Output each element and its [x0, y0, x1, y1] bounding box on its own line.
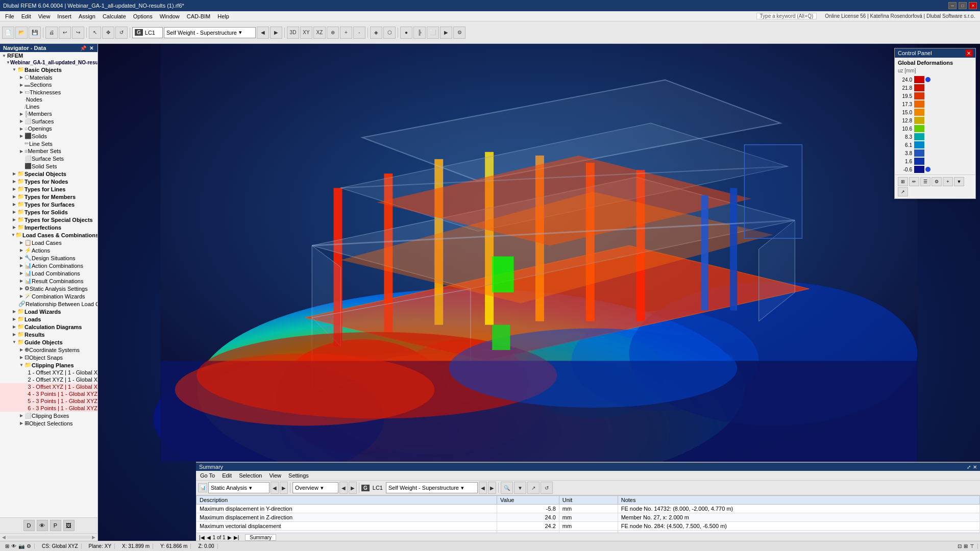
tree-load-cases-combinations[interactable]: ▼ 📁 Load Cases & Combinations [0, 231, 97, 239]
bottom-refresh-button[interactable]: ↺ [541, 482, 553, 494]
tree-load-combinations[interactable]: ▶📊 Load Combinations [0, 269, 97, 277]
cp-filter-button[interactable]: ▼ [954, 177, 964, 186]
tree-results[interactable]: ▶ 📁 Results [0, 331, 97, 338]
cp-export-button[interactable]: ↗ [898, 187, 908, 196]
status-grid-btn[interactable]: ⊞ [964, 543, 968, 549]
next-lc-button[interactable]: ▶ [270, 27, 282, 39]
bottom-export-button[interactable]: ↗ [527, 482, 540, 494]
bottom-edit[interactable]: Edit [220, 472, 234, 479]
viewport[interactable]: Control Panel ✕ Global Deformations uz [… [98, 44, 980, 541]
tree-lines[interactable]: / Lines [0, 103, 97, 110]
tree-special-objects[interactable]: ▶ 📁 Special Objects [0, 170, 97, 178]
bottom-search-button[interactable]: 🔍 [501, 482, 513, 494]
zoom-all-button[interactable]: ⊕ [327, 27, 339, 39]
analysis-type-dropdown[interactable]: Static Analysis ▾ [208, 482, 270, 493]
tree-member-sets[interactable]: ▶≡ Member Sets [0, 147, 97, 155]
cp-table-button[interactable]: ⊞ [898, 177, 908, 186]
tree-surface-sets[interactable]: ⬜ Surface Sets [0, 155, 97, 162]
redo-button[interactable]: ↪ [72, 27, 84, 39]
tree-result-combinations[interactable]: ▶📊 Result Combinations [0, 277, 97, 285]
prev-lc-button[interactable]: ◀ [257, 27, 269, 39]
tree-surfaces[interactable]: ▶⬜ Surfaces [0, 117, 97, 125]
tool-btn-3[interactable]: 📷 [18, 543, 24, 549]
bottom-expand-button[interactable]: ⤢ [967, 464, 971, 470]
menu-view[interactable]: View [35, 12, 54, 20]
lc-badge-dropdown[interactable]: G LC1 [132, 27, 163, 38]
tree-imperfections[interactable]: ▶ 📁 Imperfections [0, 223, 97, 231]
tree-sections[interactable]: ▶▬ Sections [0, 81, 97, 88]
menu-window[interactable]: Window [157, 12, 183, 20]
page-next-button[interactable]: ▶ [228, 535, 232, 540]
tree-actions[interactable]: ▶⚡ Actions [0, 246, 97, 254]
tree-coord-systems[interactable]: ▶⊕ Coordinate Systems [0, 346, 97, 354]
print-button[interactable]: 🖨 [45, 27, 58, 39]
page-first-button[interactable]: |◀ [199, 535, 205, 540]
tree-relationship-load[interactable]: 🔗 Relationship Between Load C [0, 300, 97, 308]
bottom-goto[interactable]: Go To [198, 472, 217, 479]
cp-edit-button[interactable]: ✏ [909, 177, 919, 186]
bottom-view-prev[interactable]: ◀ [339, 482, 348, 494]
tree-project[interactable]: ▼ Webinar_GA-1_all-updated_NO-resul [0, 59, 97, 66]
tree-clip2[interactable]: 2 - Offset XYZ | 1 - Global X [0, 376, 97, 383]
member-results-button[interactable]: ╠ [413, 27, 426, 39]
bottom-view[interactable]: View [267, 472, 283, 479]
nav-pin-button[interactable]: 📌 [79, 45, 87, 51]
tree-guide-objects[interactable]: ▼ 📁 Guide Objects [0, 338, 97, 346]
menu-cad-bim[interactable]: CAD-BIM [184, 12, 213, 20]
menu-help[interactable]: Help [214, 12, 232, 20]
surface-results-button[interactable]: ⬜ [427, 27, 439, 39]
tree-object-snaps[interactable]: ▶⊡ Object Snaps [0, 354, 97, 361]
tree-types-surfaces[interactable]: ▶ 📁 Types for Surfaces [0, 201, 97, 208]
menu-assign[interactable]: Assign [76, 12, 99, 20]
cp-list-button[interactable]: ☰ [920, 177, 930, 186]
page-last-button[interactable]: ▶| [234, 535, 239, 540]
tree-clip6[interactable]: 6 - 3 Points | 1 - Global XYZ [0, 405, 97, 412]
open-button[interactable]: 📂 [15, 27, 28, 39]
view-xy-button[interactable]: XY [300, 27, 312, 39]
tree-clip4[interactable]: 4 - 3 Points | 1 - Global XYZ [0, 390, 97, 397]
page-prev-button[interactable]: ◀ [207, 535, 211, 540]
bottom-close-button[interactable]: ✕ [973, 464, 977, 470]
cp-settings-button[interactable]: ⚙ [932, 177, 942, 186]
menu-calculate[interactable]: Calculate [100, 12, 129, 20]
menu-edit[interactable]: Edit [18, 12, 34, 20]
close-button[interactable]: ✕ [969, 2, 977, 9]
bottom-next-button[interactable]: ▶ [280, 482, 288, 494]
bottom-selection[interactable]: Selection [237, 472, 264, 479]
status-snap-btn[interactable]: ⊡ [958, 543, 962, 549]
tree-line-sets[interactable]: ✏ Line Sets [0, 140, 97, 147]
bottom-lc-prev[interactable]: ◀ [479, 482, 487, 494]
view-dropdown[interactable]: Overview ▾ [292, 482, 338, 493]
view-xz-button[interactable]: XZ [313, 27, 326, 39]
tree-types-lines[interactable]: ▶ 📁 Types for Lines [0, 185, 97, 193]
menu-insert[interactable]: Insert [54, 12, 75, 20]
tree-static-analysis[interactable]: ▶⚙ Static Analysis Settings [0, 285, 97, 292]
tree-types-solids[interactable]: ▶ 📁 Types for Solids [0, 208, 97, 216]
tree-types-members[interactable]: ▶ 📁 Types for Members [0, 193, 97, 201]
sheet-tab[interactable]: Summary [245, 534, 276, 541]
tree-design-situations[interactable]: ▶🔧 Design Situations [0, 254, 97, 262]
maximize-button[interactable]: □ [959, 2, 967, 9]
lc-name-dropdown[interactable]: Self Weight - Superstructure ▾ [164, 27, 256, 38]
select-button[interactable]: ↖ [89, 27, 101, 39]
tree-clip5[interactable]: 5 - 3 Points | 1 - Global XYZ [0, 397, 97, 405]
zoom-in-button[interactable]: + [340, 27, 352, 39]
calculate-button[interactable]: ▶ [440, 27, 452, 39]
tree-materials[interactable]: ▶⬡ Materials [0, 73, 97, 81]
tree-clipping-boxes[interactable]: ▶⬜ Clipping Boxes [0, 412, 97, 419]
undo-button[interactable]: ↩ [59, 27, 71, 39]
tree-load-wizards[interactable]: ▶ 📁 Load Wizards [0, 308, 97, 315]
tree-action-combinations[interactable]: ▶📊 Action Combinations [0, 262, 97, 269]
bottom-tb-icon[interactable]: 📊 [198, 483, 207, 492]
nav-display-button[interactable]: 👁 [37, 520, 48, 531]
move-button[interactable]: ✥ [102, 27, 114, 39]
tree-calc-diagrams[interactable]: ▶ 📁 Calculation Diagrams [0, 323, 97, 331]
bottom-lc-next[interactable]: ▶ [488, 482, 496, 494]
rotate-button[interactable]: ↺ [115, 27, 128, 39]
tool-btn-1[interactable]: ⊞ [5, 543, 9, 549]
tree-solids[interactable]: ▶⬛ Solids [0, 132, 97, 140]
tree-clip3[interactable]: 3 - Offset XYZ | 1 - Global X [0, 383, 97, 390]
tree-types-nodes[interactable]: ▶ 📁 Types for Nodes [0, 178, 97, 185]
nav-close-button[interactable]: ✕ [88, 45, 94, 51]
view-3d-button[interactable]: 3D [287, 27, 299, 39]
